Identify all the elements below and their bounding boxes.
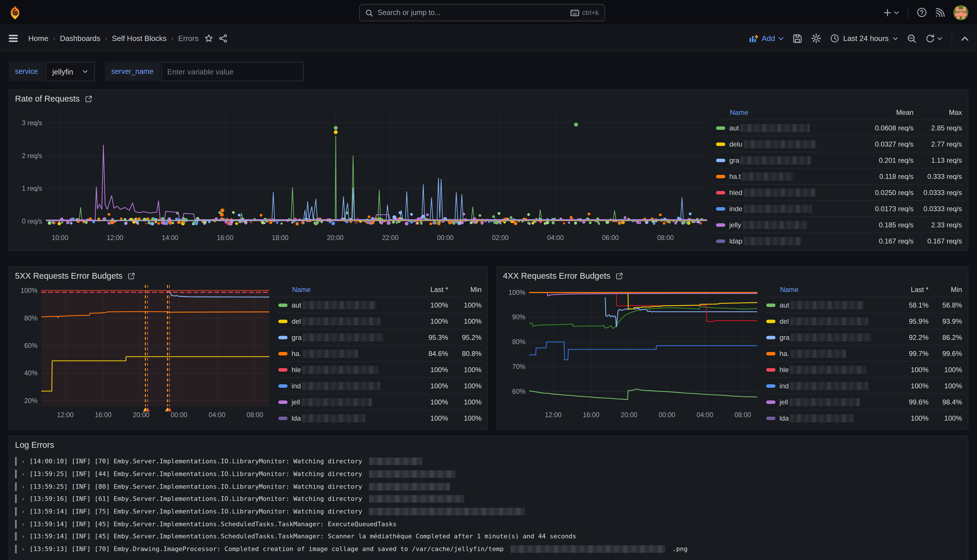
breadcrumb-item-home[interactable]: Home bbox=[28, 34, 48, 43]
legend-rows: aut100%100%del100%100%gra95.3%95.2%ha.84… bbox=[278, 297, 483, 426]
external-link-icon[interactable] bbox=[616, 272, 623, 280]
series-color-pill bbox=[716, 207, 725, 210]
legend-row[interactable]: gra95.3%95.2% bbox=[278, 329, 483, 345]
variable-server-name-input[interactable] bbox=[161, 62, 304, 82]
legend-row[interactable]: delu0.0327 req/s2.77 req/s bbox=[716, 136, 963, 152]
legend-row[interactable]: del100%100% bbox=[278, 313, 483, 329]
log-row[interactable]: ›[13:59:13] [INF] [70] Emby.Drawing.Imag… bbox=[15, 543, 968, 555]
collapse-toolbar-button[interactable] bbox=[961, 36, 968, 41]
svg-text:16:00: 16:00 bbox=[583, 411, 600, 418]
expand-caret-icon[interactable]: › bbox=[22, 471, 25, 477]
legend-header-last[interactable]: Last * bbox=[889, 286, 929, 294]
log-row[interactable]: ›[13:59:14] [INF] [75] Emby.Server.Imple… bbox=[15, 505, 968, 518]
series-name: ldap bbox=[729, 237, 858, 245]
legend-row[interactable]: gra0.201 req/s1.13 req/s bbox=[716, 152, 963, 168]
panel-title[interactable]: Rate of Requests bbox=[15, 94, 80, 103]
legend-row[interactable]: jell100%100% bbox=[278, 393, 483, 410]
log-row[interactable]: ›[13:59:25] [INF] [44] Emby.Server.Imple… bbox=[15, 468, 968, 480]
expand-caret-icon[interactable]: › bbox=[22, 508, 25, 515]
save-dashboard-button[interactable] bbox=[793, 34, 802, 43]
series-name: inde bbox=[729, 205, 858, 213]
legend-row[interactable]: aut100%100% bbox=[278, 297, 483, 313]
user-avatar[interactable] bbox=[953, 5, 968, 20]
legend-row[interactable]: lda100%100% bbox=[766, 410, 963, 426]
expand-caret-icon[interactable]: › bbox=[22, 496, 25, 502]
legend-row[interactable]: jell99.6%98.4% bbox=[766, 393, 963, 410]
legend-row[interactable]: ldap0.167 req/s0.167 req/s bbox=[716, 233, 963, 249]
legend-header-min[interactable]: Min bbox=[929, 286, 963, 294]
legend-row[interactable]: ind100%100% bbox=[278, 377, 483, 393]
legend-value-1: 84.6% bbox=[409, 349, 448, 357]
share-button[interactable] bbox=[219, 34, 227, 43]
shortcut-text: ctrl+k bbox=[582, 9, 599, 17]
svg-text:100%: 100% bbox=[508, 289, 526, 296]
legend-row[interactable]: aut0.0608 req/s2.85 req/s bbox=[716, 120, 963, 136]
add-panel-button[interactable]: Add bbox=[749, 34, 783, 43]
series-color-pill bbox=[278, 319, 287, 323]
legend-header-max[interactable]: Max bbox=[914, 108, 963, 117]
expand-caret-icon[interactable]: › bbox=[22, 458, 25, 465]
log-row[interactable]: ›[14:00:10] [INF] [70] Emby.Server.Imple… bbox=[15, 455, 968, 468]
series-color-pill bbox=[766, 400, 775, 403]
breadcrumb-item-dashboards[interactable]: Dashboards bbox=[60, 34, 100, 43]
search-input[interactable]: Search or jump to... ctrl+k bbox=[359, 4, 605, 22]
expand-caret-icon[interactable]: › bbox=[22, 483, 25, 490]
legend-value-2: 2.77 req/s bbox=[914, 140, 963, 148]
svg-text:04:00: 04:00 bbox=[547, 234, 564, 242]
panel-title[interactable]: 5XX Requests Error Budgets bbox=[15, 271, 122, 280]
expand-caret-icon[interactable]: › bbox=[22, 521, 25, 527]
series-name: delu bbox=[729, 140, 858, 148]
breadcrumb-item-self-host-blocks[interactable]: Self Host Blocks bbox=[112, 34, 167, 43]
legend-value-2: 98.4% bbox=[929, 398, 963, 406]
legend-header-name[interactable]: Name bbox=[716, 108, 858, 117]
legend-row[interactable]: del95.9%93.9% bbox=[766, 313, 963, 329]
log-row[interactable]: ›[13:59:25] [INF] [80] Emby.Server.Imple… bbox=[15, 480, 968, 493]
legend-header-name[interactable]: Name bbox=[766, 286, 889, 294]
new-button[interactable] bbox=[883, 8, 899, 17]
time-range-picker[interactable]: Last 24 hours bbox=[830, 34, 898, 43]
panel-title[interactable]: 4XX Requests Error Budgets bbox=[503, 271, 610, 280]
expand-caret-icon[interactable]: › bbox=[22, 546, 25, 552]
refresh-button[interactable] bbox=[925, 34, 942, 43]
legend-value-1: 99.7% bbox=[889, 349, 929, 357]
log-row[interactable]: ›[13:59:16] [INF] [61] Emby.Server.Imple… bbox=[15, 493, 968, 505]
log-row[interactable]: ›[13:59:14] [INF] [45] Emby.Server.Imple… bbox=[15, 530, 968, 543]
help-button[interactable] bbox=[917, 8, 927, 17]
external-link-icon[interactable] bbox=[85, 95, 92, 102]
svg-text:80%: 80% bbox=[512, 338, 526, 346]
legend-row[interactable]: ha.99.7%99.6% bbox=[766, 345, 963, 361]
expand-caret-icon[interactable]: › bbox=[22, 533, 25, 540]
legend-row[interactable]: jelly0.185 req/s2.33 req/s bbox=[716, 217, 963, 233]
zoom-out-button[interactable] bbox=[907, 34, 916, 43]
legend-row[interactable]: ha.t0.118 req/s0.333 req/s bbox=[716, 168, 963, 184]
legend-header-mean[interactable]: Mean bbox=[858, 108, 914, 117]
rate-of-requests-chart[interactable]: 0 req/s1 req/s2 req/s3 req/s10:0012:0014… bbox=[14, 103, 711, 249]
legend-row[interactable]: hle100%100% bbox=[766, 361, 963, 377]
legend-row[interactable]: ind100%100% bbox=[766, 377, 963, 393]
legend-header-last[interactable]: Last * bbox=[409, 286, 448, 294]
grafana-logo[interactable] bbox=[9, 5, 22, 20]
dashboard-settings-button[interactable] bbox=[811, 33, 821, 43]
legend-row[interactable]: lda100%100% bbox=[278, 410, 483, 426]
legend-row[interactable]: ha.84.6%80.8% bbox=[278, 345, 483, 361]
legend-row[interactable]: aut58.1%56.8% bbox=[766, 297, 963, 313]
4xx-error-budget-chart[interactable]: 60%70%80%90%100%12:0016:0020:0000:0004:0… bbox=[502, 280, 762, 426]
legend-value-2: 100% bbox=[448, 382, 483, 390]
series-color-pill bbox=[766, 335, 775, 339]
legend-row[interactable]: hled0.0250 req/s0.0333 req/s bbox=[716, 184, 963, 200]
panel-title[interactable]: Log Errors bbox=[15, 440, 54, 450]
legend-value-2: 0.167 req/s bbox=[914, 237, 963, 245]
mega-menu-toggle[interactable] bbox=[9, 35, 18, 42]
legend-value-1: 0.0173 req/s bbox=[858, 205, 914, 213]
news-button[interactable] bbox=[935, 8, 945, 17]
favorite-button[interactable] bbox=[204, 34, 213, 43]
5xx-error-budget-chart[interactable]: 20%40%60%80%100%12:0016:0020:0000:0004:0… bbox=[14, 280, 274, 426]
external-link-icon[interactable] bbox=[128, 272, 135, 280]
legend-header-min[interactable]: Min bbox=[448, 286, 483, 294]
legend-row[interactable]: gra92.2%86.2% bbox=[766, 329, 963, 345]
legend-header-name[interactable]: Name bbox=[278, 286, 409, 294]
variable-value-service[interactable]: jellyfin bbox=[45, 62, 94, 82]
legend-row[interactable]: inde0.0173 req/s0.0333 req/s bbox=[716, 200, 963, 217]
log-row[interactable]: ›[13:59:14] [INF] [45] Emby.Server.Imple… bbox=[15, 518, 968, 530]
legend-row[interactable]: hle100%100% bbox=[278, 361, 483, 377]
